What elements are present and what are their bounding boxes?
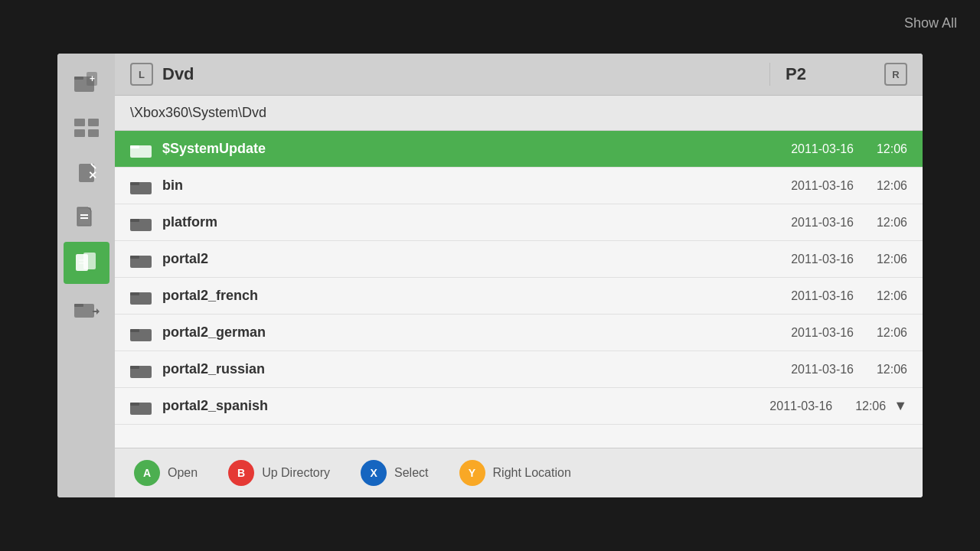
svg-rect-34 (130, 329, 139, 332)
svg-rect-30 (130, 256, 139, 259)
file-date: 2011-03-16 (791, 216, 854, 230)
file-time: 12:06 (869, 363, 907, 377)
folder-icon (130, 141, 152, 158)
footer-bar: A Open B Up Directory X Select Y Right L… (115, 448, 923, 497)
open-label: Open (168, 466, 198, 480)
table-row[interactable]: bin 2011-03-16 12:06 (115, 168, 923, 204)
open-button[interactable]: A Open (134, 460, 198, 486)
header-left: L Dvd (115, 63, 769, 86)
file-name: platform (162, 214, 791, 230)
copy-folder-icon: + (73, 69, 100, 96)
sidebar-item-export-folder[interactable] (64, 287, 109, 329)
svg-rect-6 (74, 129, 85, 137)
multi-select-icon (73, 114, 100, 142)
folder-icon (130, 288, 152, 305)
folder-icon (130, 398, 152, 415)
file-time: 12:06 (869, 326, 907, 340)
sidebar: + ✕ (57, 54, 115, 497)
b-button-icon: B (228, 460, 254, 486)
p2-label: P2 (786, 64, 884, 84)
l-button[interactable]: L (130, 63, 153, 86)
table-row[interactable]: portal2 2011-03-16 12:06 (115, 241, 923, 278)
y-button-icon: Y (459, 460, 485, 486)
export-folder-icon (73, 295, 100, 322)
select-button[interactable]: X Select (361, 460, 428, 486)
sidebar-item-files-active[interactable] (64, 242, 109, 284)
table-row[interactable]: portal2_french 2011-03-16 12:06 (115, 278, 923, 315)
folder-icon (130, 324, 152, 341)
up-directory-label: Up Directory (262, 466, 330, 480)
svg-text:✕: ✕ (88, 169, 97, 181)
file-name: $SystemUpdate (162, 141, 791, 157)
x-button-icon: X (361, 460, 387, 486)
table-row[interactable]: $SystemUpdate 2011-03-16 12:06 (115, 131, 923, 168)
file-name: bin (162, 178, 791, 194)
file-time: 12:06 (869, 216, 907, 230)
svg-rect-11 (77, 207, 91, 226)
table-row[interactable]: portal2_german 2011-03-16 12:06 (115, 315, 923, 351)
file-time: 12:06 (869, 289, 907, 303)
file-name: portal2 (162, 251, 791, 267)
delete-file-icon: ✕ (73, 159, 100, 187)
svg-rect-7 (88, 129, 99, 137)
sidebar-item-delete-file[interactable]: ✕ (64, 152, 109, 194)
svg-text:+: + (90, 73, 95, 84)
folder-icon (130, 178, 152, 194)
file-time: 12:06 (869, 142, 907, 156)
svg-marker-22 (96, 308, 100, 315)
content-panel: L Dvd P2 R \Xbox360\System\Dvd $SystemUp… (115, 54, 923, 497)
svg-rect-32 (130, 292, 139, 295)
sidebar-item-copy-folder[interactable]: + (64, 61, 109, 103)
file-name: portal2_french (162, 288, 791, 304)
folder-icon (130, 361, 152, 378)
file-date: 2011-03-16 (791, 253, 854, 266)
main-container: + ✕ (57, 54, 923, 497)
svg-rect-16 (83, 253, 96, 269)
svg-rect-1 (74, 77, 83, 80)
file-date: 2011-03-16 (791, 179, 854, 193)
up-directory-button[interactable]: B Up Directory (228, 460, 330, 486)
a-button-icon: A (134, 460, 160, 486)
file-date: 2011-03-16 (791, 363, 854, 377)
file-date: 2011-03-16 (791, 326, 854, 340)
svg-rect-38 (130, 403, 139, 406)
table-row[interactable]: portal2_spanish 2011-03-16 12:06 ▼ (115, 388, 923, 425)
sidebar-item-multi-select[interactable] (64, 106, 109, 148)
svg-rect-20 (74, 304, 83, 307)
svg-rect-5 (88, 119, 99, 126)
scroll-down-icon: ▼ (893, 398, 907, 414)
files-active-icon (73, 249, 100, 277)
file-time: 12:06 (848, 399, 886, 413)
sidebar-item-file[interactable] (64, 197, 109, 239)
file-date: 2011-03-16 (769, 399, 832, 413)
folder-icon (130, 251, 152, 268)
select-label: Select (394, 466, 428, 480)
svg-rect-26 (130, 182, 139, 185)
right-location-button[interactable]: Y Right Location (459, 460, 571, 486)
file-icon (73, 204, 100, 232)
file-time: 12:06 (869, 253, 907, 266)
r-button[interactable]: R (884, 63, 907, 86)
header-title: Dvd (162, 64, 194, 84)
show-all-label: Show All (904, 15, 957, 31)
header-bar: L Dvd P2 R (115, 54, 923, 96)
file-date: 2011-03-16 (791, 289, 854, 303)
table-row[interactable]: platform 2011-03-16 12:06 (115, 204, 923, 241)
folder-icon (130, 214, 152, 231)
svg-rect-24 (130, 145, 139, 148)
svg-rect-36 (130, 366, 139, 369)
file-date: 2011-03-16 (791, 142, 854, 156)
path-bar: \Xbox360\System\Dvd (115, 96, 923, 131)
svg-rect-4 (74, 119, 85, 126)
file-name: portal2_russian (162, 361, 791, 377)
file-time: 12:06 (869, 179, 907, 193)
file-list: $SystemUpdate 2011-03-16 12:06 bin 2011-… (115, 131, 923, 448)
svg-rect-28 (130, 219, 139, 222)
file-name: portal2_spanish (162, 398, 769, 414)
file-name: portal2_german (162, 324, 791, 341)
table-row[interactable]: portal2_russian 2011-03-16 12:06 (115, 351, 923, 388)
right-location-label: Right Location (493, 466, 571, 480)
header-right: P2 R (769, 63, 923, 86)
